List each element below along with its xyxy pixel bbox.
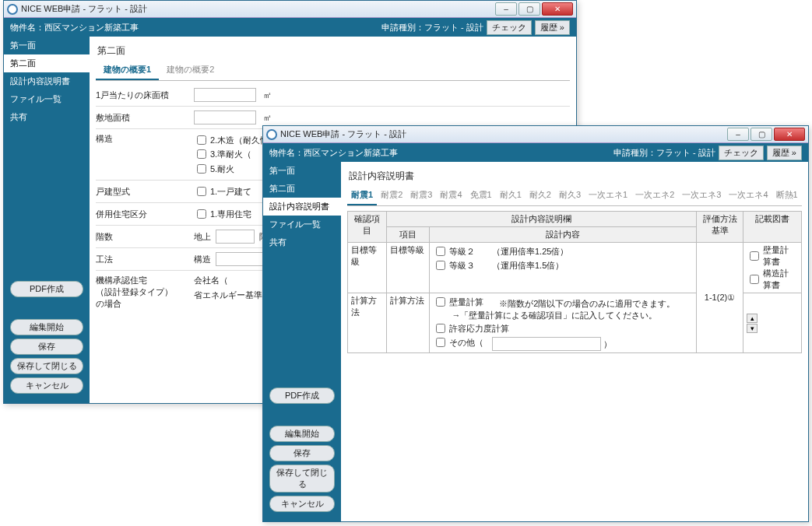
calc-other-input[interactable] bbox=[492, 337, 601, 351]
sidebar-item-page2[interactable]: 第二面 bbox=[263, 180, 341, 198]
header-bar: 物件名： 西区マンション新築工事 申請種別： フラット - 設計 チェック 履歴… bbox=[4, 18, 576, 37]
save-close-button[interactable]: 保存して閉じる bbox=[10, 358, 83, 374]
site-area-unit: ㎡ bbox=[263, 112, 272, 124]
design-table: 確認項目 設計内容説明欄 評価方法基準 記載図書 項目 設計内容 目標等級 目標… bbox=[347, 211, 802, 353]
save-button[interactable]: 保存 bbox=[10, 338, 83, 355]
house-type-1[interactable] bbox=[197, 187, 206, 196]
sidebar: 第一面 第二面 設計内容説明書 ファイル一覧 共有 PDF作成 編集開始 保存 … bbox=[263, 162, 341, 521]
method-sub: 構造 bbox=[194, 254, 211, 265]
start-edit-button[interactable]: 編集開始 bbox=[10, 319, 83, 335]
structure-opt5[interactable] bbox=[197, 164, 206, 174]
minimize-button[interactable]: – bbox=[495, 2, 517, 16]
tab-ene4[interactable]: 一次エネ4 bbox=[725, 186, 772, 205]
close-button[interactable]: ✕ bbox=[774, 128, 805, 141]
stepper-up[interactable]: ▴ bbox=[747, 314, 758, 323]
minimize-button[interactable]: – bbox=[727, 128, 749, 141]
history-button[interactable]: 履歴 » bbox=[767, 146, 802, 160]
tab-taishin4[interactable]: 耐震4 bbox=[436, 186, 466, 205]
cell-content: 等級２ （運用倍率1.25倍） 等級３ （運用倍率1.5倍） bbox=[430, 243, 697, 293]
usage-1[interactable] bbox=[197, 209, 206, 219]
pdf-button[interactable]: PDF作成 bbox=[10, 281, 83, 297]
window-design-doc: NICE WEB申請 - フラット - 設計 – ▢ ✕ 物件名： 西区マンショ… bbox=[262, 125, 809, 522]
tab-menshin1[interactable]: 免震1 bbox=[466, 186, 496, 205]
tab-ene2[interactable]: 一次エネ2 bbox=[631, 186, 678, 205]
history-button[interactable]: 履歴 » bbox=[535, 20, 570, 35]
tab-overview2[interactable]: 建物の概要2 bbox=[159, 61, 222, 80]
cell-docs: 壁量計算書 構造計算書 bbox=[743, 243, 802, 293]
site-area-input[interactable] bbox=[194, 110, 256, 124]
calc-stress-checkbox[interactable] bbox=[436, 324, 445, 333]
floor-area-label: 1戸当たりの床面積 bbox=[96, 89, 189, 101]
close-button[interactable]: ✕ bbox=[542, 2, 573, 16]
start-edit-button[interactable]: 編集開始 bbox=[269, 426, 335, 442]
method-label: 工法 bbox=[96, 254, 189, 265]
sidebar-item-share[interactable]: 共有 bbox=[263, 233, 341, 251]
check-button[interactable]: チェック bbox=[487, 20, 532, 35]
sidebar-item-files[interactable]: ファイル一覧 bbox=[263, 216, 341, 233]
grade2-checkbox[interactable] bbox=[436, 247, 445, 256]
th-eval: 評価方法基準 bbox=[697, 212, 743, 243]
check-button[interactable]: チェック bbox=[719, 146, 764, 160]
floor-area-unit: ㎡ bbox=[263, 89, 272, 101]
house-type-label: 戸建型式 bbox=[96, 186, 189, 198]
apptype-value: フラット - 設計 bbox=[424, 22, 483, 33]
header-bar: 物件名： 西区マンション新築工事 申請種別： フラット - 設計 チェック 履歴… bbox=[263, 143, 808, 162]
tab-overview1[interactable]: 建物の概要1 bbox=[96, 61, 159, 80]
calc-other-checkbox[interactable] bbox=[436, 338, 445, 347]
tab-bar: 耐震1 耐震2 耐震3 耐震4 免震1 耐久1 耐久2 耐久3 一次エネ1 一次… bbox=[347, 186, 802, 206]
floor-area-input[interactable] bbox=[194, 88, 256, 102]
sidebar-item-page1[interactable]: 第一面 bbox=[4, 37, 90, 54]
tab-ene3[interactable]: 一次エネ3 bbox=[678, 186, 725, 205]
tab-bar: 建物の概要1 建物の概要2 bbox=[96, 61, 570, 81]
cell-content: 壁量計算 ※階数が2階以下の場合のみに適用できます。 →「壁量計算による確認項目… bbox=[430, 293, 697, 353]
stepper-down[interactable]: ▾ bbox=[747, 324, 758, 333]
sidebar-item-share[interactable]: 共有 bbox=[4, 108, 90, 126]
apptype-label: 申請種別： bbox=[613, 147, 656, 159]
save-button[interactable]: 保存 bbox=[269, 445, 335, 461]
table-row: 目標等級 目標等級 等級２ （運用倍率1.25倍） 等級３ （運用倍率1.5倍）… bbox=[348, 243, 802, 293]
maximize-button[interactable]: ▢ bbox=[750, 128, 772, 141]
th-content: 設計内容 bbox=[430, 227, 697, 243]
org-label: 機構承認住宅 （設計登録タイプ） の場合 bbox=[96, 275, 189, 310]
property-name: 西区マンション新築工事 bbox=[304, 147, 398, 159]
maximize-button[interactable]: ▢ bbox=[518, 2, 540, 16]
app-icon bbox=[266, 129, 277, 140]
doc-struct-calc-checkbox[interactable] bbox=[750, 275, 759, 284]
sidebar-item-design-doc[interactable]: 設計内容説明書 bbox=[263, 198, 341, 216]
th-item: 項目 bbox=[387, 227, 430, 243]
cell-eval: 1-1(2)① bbox=[697, 243, 743, 353]
pdf-button[interactable]: PDF作成 bbox=[269, 387, 335, 404]
floors-input[interactable] bbox=[216, 230, 255, 244]
structure-opt3[interactable] bbox=[197, 149, 206, 159]
page-title: 設計内容説明書 bbox=[347, 167, 802, 186]
tab-taikyuu3[interactable]: 耐久3 bbox=[555, 186, 585, 205]
structure-opt2[interactable] bbox=[197, 135, 206, 145]
cell-item: 目標等級 bbox=[387, 243, 430, 293]
tab-ene1[interactable]: 一次エネ1 bbox=[585, 186, 631, 205]
cell-item: 計算方法 bbox=[387, 293, 430, 353]
page-title: 第二面 bbox=[96, 41, 570, 61]
cancel-button[interactable]: キャンセル bbox=[269, 496, 335, 512]
sidebar-item-design-doc[interactable]: 設計内容説明書 bbox=[4, 72, 90, 90]
calc-wall-checkbox[interactable] bbox=[436, 297, 445, 307]
tab-taikyuu2[interactable]: 耐久2 bbox=[526, 186, 555, 205]
cancel-button[interactable]: キャンセル bbox=[10, 377, 83, 394]
tab-taishin3[interactable]: 耐震3 bbox=[406, 186, 436, 205]
sidebar-item-page2[interactable]: 第二面 bbox=[4, 54, 90, 72]
tab-taishin2[interactable]: 耐震2 bbox=[377, 186, 406, 205]
apptype-value: フラット - 設計 bbox=[656, 147, 715, 159]
doc-wall-calc-checkbox[interactable] bbox=[750, 251, 759, 261]
th-confirm: 確認項目 bbox=[348, 212, 387, 243]
property-label: 物件名： bbox=[10, 22, 44, 33]
sidebar-item-page1[interactable]: 第一面 bbox=[263, 162, 341, 180]
window-title: NICE WEB申請 - フラット - 設計 bbox=[280, 128, 406, 140]
tab-dannetsu1[interactable]: 断熱1 bbox=[772, 186, 802, 205]
grade3-checkbox[interactable] bbox=[436, 261, 445, 270]
sidebar: 第一面 第二面 設計内容説明書 ファイル一覧 共有 PDF作成 編集開始 保存 … bbox=[4, 37, 90, 403]
sidebar-item-files[interactable]: ファイル一覧 bbox=[4, 90, 90, 108]
app-icon bbox=[7, 4, 18, 15]
save-close-button[interactable]: 保存して閉じる bbox=[269, 465, 335, 493]
main-panel: 設計内容説明書 耐震1 耐震2 耐震3 耐震4 免震1 耐久1 耐久2 耐久3 … bbox=[341, 162, 808, 521]
tab-taishin1[interactable]: 耐震1 bbox=[347, 186, 377, 205]
tab-taikyuu1[interactable]: 耐久1 bbox=[496, 186, 526, 205]
